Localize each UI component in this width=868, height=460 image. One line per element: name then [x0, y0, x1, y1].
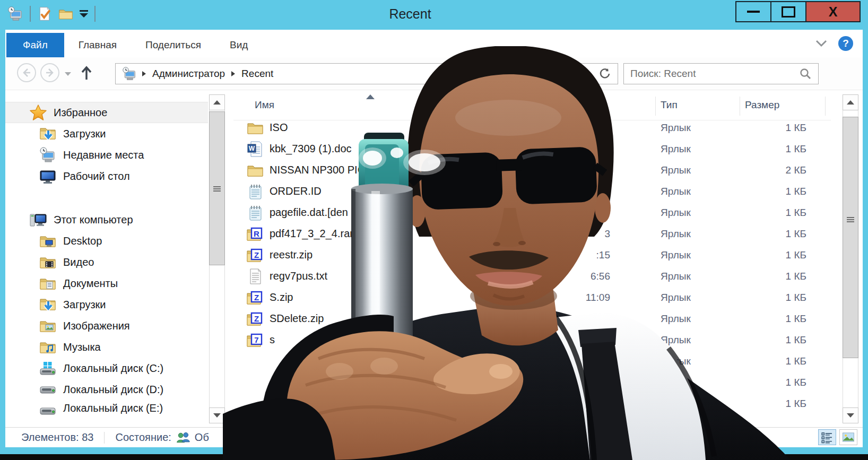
table-row[interactable]: SDelete.zip9Ярлык1 КБ — [233, 309, 847, 330]
column-divider[interactable] — [825, 97, 826, 116]
table-row[interactable]: ORDER.IDЯрлык1 КБ — [233, 181, 847, 203]
sidebar-item[interactable]: Музыка — [5, 336, 208, 358]
file-name: SDelete.zip — [270, 313, 324, 325]
back-button[interactable] — [17, 63, 36, 82]
address-bar[interactable]: Администратор Recent — [115, 63, 618, 84]
scroll-down-button[interactable] — [843, 407, 858, 423]
sidebar-item[interactable]: Локальный диск (D:) — [5, 379, 208, 400]
file-type: Ярлык — [661, 334, 691, 346]
sidebar-item[interactable]: Документы — [5, 273, 208, 294]
forward-button[interactable] — [40, 63, 59, 82]
file-size: 1 КБ — [732, 228, 806, 240]
sidebar-item-label: Загрузки — [63, 128, 106, 140]
column-divider[interactable] — [740, 97, 740, 116]
sidebar-item[interactable]: Desktop — [5, 230, 208, 251]
thumbnails-view-button[interactable] — [839, 429, 857, 445]
table-row[interactable]: S.zip11:09Ярлык1 КБ — [233, 288, 847, 309]
minimize-button[interactable] — [735, 1, 771, 22]
file-type-icon — [247, 225, 264, 242]
table-row[interactable]: Ярлык1 КБ — [233, 372, 847, 394]
breadcrumb-separator-icon — [231, 71, 235, 76]
table-row[interactable]: NISSAN NP300 PICЯрлык2 КБ — [233, 160, 847, 181]
table-row[interactable]: regv7pus.txt6:56Ярлык1 КБ — [233, 266, 847, 288]
close-button[interactable]: X — [805, 1, 861, 22]
nav-pane-scrollbar[interactable] — [209, 94, 225, 423]
window-controls: X — [736, 1, 861, 22]
dl-icon — [39, 296, 56, 313]
up-button[interactable] — [80, 65, 93, 84]
breadcrumb: Администратор Recent — [142, 68, 273, 80]
tab-file[interactable]: Файл — [6, 33, 64, 57]
sidebar-item[interactable]: Локальный диск (C:) — [5, 358, 208, 379]
table-row[interactable]: Ярлык1 КБ — [233, 351, 847, 372]
file-list: Имя Тип Размер ISOЯрлык1 КБkbk_7309 (1).… — [233, 90, 847, 427]
table-row[interactable]: pdf417_3_2_4.rar3Ярлык1 КБ — [233, 224, 847, 245]
sidebar-item-label: Документы — [63, 277, 118, 290]
dl-icon — [39, 125, 56, 142]
sidebar-item-label: Загрузки — [63, 299, 106, 311]
file-name: pdf417_3_2_4.rar — [270, 228, 353, 240]
refresh-icon[interactable] — [598, 67, 611, 80]
file-type-icon — [247, 141, 264, 158]
tab-view[interactable]: Вид — [215, 33, 262, 57]
file-type: Ярлык — [661, 228, 691, 240]
navigation-bar: Администратор Recent Поиск: Recent — [5, 57, 863, 90]
tab-home[interactable]: Главная — [64, 33, 131, 57]
scroll-up-button[interactable] — [209, 94, 225, 110]
column-header-size[interactable]: Размер — [745, 99, 779, 111]
file-name: regv7pus.txt — [270, 270, 327, 282]
forward-arrow-icon — [45, 67, 55, 78]
file-size: 1 КБ — [732, 207, 806, 219]
table-row[interactable]: ISOЯрлык1 КБ — [233, 118, 847, 139]
expand-ribbon-chevron-icon[interactable] — [815, 39, 828, 48]
column-header-type[interactable]: Тип — [661, 99, 678, 111]
search-input[interactable]: Поиск: Recent — [623, 63, 819, 84]
help-button[interactable]: ? — [838, 36, 853, 51]
breadcrumb-user[interactable]: Администратор — [152, 68, 225, 80]
table-row[interactable]: reestr.zip:15Ярлык1 КБ — [233, 245, 847, 266]
sidebar-item[interactable]: Загрузки — [5, 294, 208, 315]
file-type-icon — [247, 268, 264, 285]
sidebar-item[interactable]: Недавние места — [5, 144, 208, 166]
sidebar-item[interactable]: Локальный диск (Е:) — [5, 400, 208, 420]
file-type: Ярлык — [661, 122, 691, 134]
maximize-button[interactable] — [770, 1, 806, 22]
sidebar-item[interactable]: Видео — [5, 251, 208, 273]
file-size: 1 КБ — [732, 186, 806, 197]
column-headers: Имя Тип Размер — [233, 94, 847, 116]
column-header-name[interactable]: Имя — [255, 99, 274, 111]
tab-share[interactable]: Поделиться — [131, 33, 215, 57]
table-row[interactable]: sЯрлык1 КБ — [233, 330, 847, 351]
recent-locations-dropdown-icon[interactable] — [65, 72, 71, 76]
explorer-window: Recent X Файл Главная Поделиться Вид ? — [0, 0, 868, 460]
table-row[interactable]: pagefile.dat.[denЯрлык1 КБ — [233, 203, 847, 224]
scrollbar-thumb[interactable] — [209, 111, 225, 265]
scrollbar-thumb[interactable] — [843, 117, 858, 358]
file-type-icon — [247, 310, 264, 327]
navigation-pane: ИзбранноеЗагрузкиНедавние местаРабочий с… — [5, 90, 208, 427]
sidebar-item[interactable]: Изображения — [5, 315, 208, 336]
search-icon[interactable] — [799, 67, 812, 80]
scroll-up-button[interactable] — [843, 94, 858, 110]
details-view-button[interactable] — [818, 429, 836, 445]
file-list-scrollbar[interactable] — [843, 94, 858, 423]
file-type-icon — [247, 247, 264, 264]
sidebar-item[interactable]: Рабочий стол — [5, 166, 208, 187]
sidebar-section-0[interactable]: Избранное — [5, 102, 208, 123]
minimize-icon — [747, 11, 760, 13]
breadcrumb-folder[interactable]: Recent — [241, 68, 273, 80]
file-size: 2 КБ — [732, 164, 806, 176]
table-row[interactable]: Ярлык1 КБ — [233, 394, 847, 415]
file-date-fragment: 11:09 — [504, 292, 610, 303]
title-bar[interactable]: Recent X — [0, 0, 868, 30]
column-divider[interactable] — [655, 97, 656, 116]
file-type-icon — [247, 332, 264, 349]
diskd-icon — [39, 402, 56, 419]
file-type: Ярлык — [661, 143, 691, 155]
sidebar-section-1[interactable]: Этот компьютер — [5, 209, 208, 230]
scrollbar-grip-icon — [847, 217, 854, 218]
table-row[interactable]: kbk_7309 (1).docЯрлык1 КБ — [233, 139, 847, 160]
sidebar-item[interactable]: Загрузки — [5, 123, 208, 144]
scroll-down-button[interactable] — [209, 407, 225, 423]
main-area: ИзбранноеЗагрузкиНедавние местаРабочий с… — [5, 90, 863, 427]
